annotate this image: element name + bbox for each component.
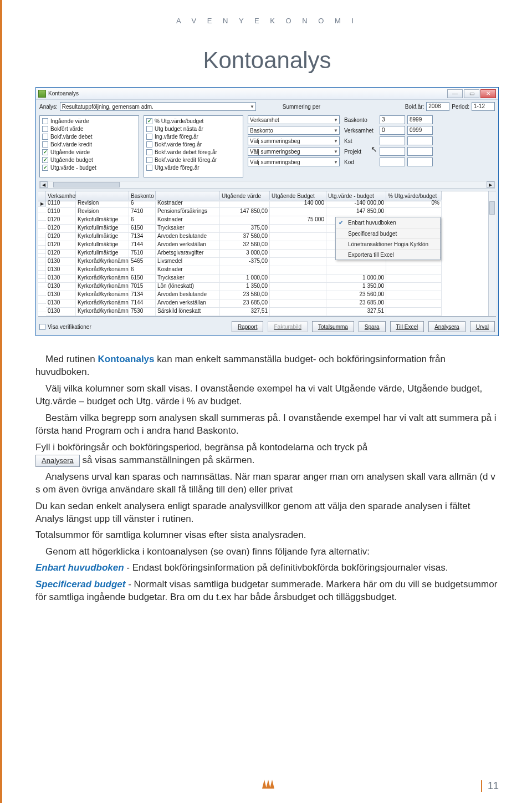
table-cell: 0130	[46, 266, 76, 275]
h-scrollbar[interactable]: ◀▶	[39, 181, 495, 189]
sum1-dropdown[interactable]: Verksamhet▼	[248, 115, 340, 124]
checkbox-row[interactable]: ✔% Utg.värde/budget	[146, 117, 241, 125]
close-button[interactable]: ✕	[480, 89, 496, 98]
visa-verif-checkbox[interactable]	[39, 324, 45, 330]
baskonto-to[interactable]: 8999	[407, 115, 433, 124]
chevron-down-icon: ▼	[334, 118, 338, 123]
minimize-button[interactable]: —	[447, 89, 463, 98]
table-cell: Revision	[76, 200, 129, 208]
projekt-to[interactable]	[407, 147, 433, 156]
context-menu-item[interactable]: Lönetransaktioner Hogia Kyrklön	[336, 238, 440, 249]
table-cell: 75 000	[270, 216, 326, 225]
analysera-button[interactable]: Analysera	[428, 321, 465, 332]
checkbox-row[interactable]: ✔Utg.värde - budget	[42, 164, 136, 171]
table-cell: 147 850,00	[220, 208, 270, 216]
table-cell: 7510	[129, 250, 156, 258]
table-row[interactable]: 0130Kyrkoråd/kyrkonämn7530Särskild lönes…	[38, 308, 496, 316]
table-cell: 23 560,00	[220, 291, 270, 299]
bokfar-input[interactable]: 2008	[426, 102, 449, 111]
table-row[interactable]: 0130Kyrkoråd/kyrkonämn6Kostnader	[38, 266, 496, 275]
table-cell: 0130	[46, 283, 76, 291]
checkbox[interactable]	[146, 149, 152, 155]
urval-button[interactable]: Urval	[470, 321, 495, 332]
table-cell	[270, 266, 326, 275]
till-excel-button[interactable]: Till Excel	[390, 321, 424, 332]
checkbox-row[interactable]: Bokf.värde kredit föreg.år	[146, 156, 241, 164]
spara-button[interactable]: Spara	[359, 321, 386, 332]
table-row[interactable]: 0130Kyrkoråd/kyrkonämn6150Trycksaker1 00…	[38, 275, 496, 283]
checkbox-row[interactable]: Utg.värde föreg.år	[146, 164, 241, 171]
table-cell: 140 000	[270, 200, 326, 208]
verk-from[interactable]: 0	[380, 126, 405, 135]
checkbox[interactable]: ✔	[146, 118, 152, 124]
table-cell: Lön (löneskatt)	[156, 283, 220, 291]
context-menu-item[interactable]: Exportera till Excel	[336, 249, 440, 260]
checkbox[interactable]: ✔	[42, 165, 48, 171]
checkbox[interactable]	[146, 126, 152, 132]
table-cell: Särskild löneskatt	[156, 308, 220, 316]
checkbox-row[interactable]: Utg budget nästa år	[146, 125, 241, 133]
row-marker	[38, 262, 46, 262]
row-marker	[38, 303, 46, 304]
context-menu-item[interactable]: Specificerad budget	[336, 228, 440, 238]
kst-from[interactable]	[380, 136, 405, 145]
checkbox-label: Utgående budget	[50, 157, 93, 163]
checkbox[interactable]: ✔	[42, 149, 48, 155]
totalsumma-button[interactable]: Totalsumma	[312, 321, 354, 332]
checkbox[interactable]	[146, 165, 152, 171]
table-cell	[386, 275, 442, 283]
table-row[interactable]: 0110Revision7410Pensionsförsäkrings147 8…	[38, 208, 496, 216]
table-cell: 32 560,00	[220, 241, 270, 250]
checkbox[interactable]	[42, 141, 48, 148]
context-menu-item[interactable]: Enbart huvudboken	[336, 217, 440, 228]
table-row[interactable]: 0130Kyrkoråd/kyrkonämn7015Lön (löneskatt…	[38, 283, 496, 291]
table-row[interactable]: 0130Kyrkoråd/kyrkonämn7134Arvoden beslut…	[38, 291, 496, 299]
v-scrollbar[interactable]	[488, 191, 496, 316]
sum4-dropdown[interactable]: Välj summeringsbeg▼	[248, 147, 340, 156]
checkbox-row[interactable]: Bokfört värde	[42, 125, 136, 133]
rapport-button[interactable]: Rapport	[232, 321, 264, 332]
baskonto-from[interactable]: 3	[380, 115, 405, 124]
checkbox-row[interactable]: ✔Utgående värde	[42, 148, 136, 156]
table-cell: 0110	[46, 200, 76, 208]
table-row[interactable]: ▶0110Revision6Kostnader140 000-140 000,0…	[38, 200, 496, 208]
checkbox-row[interactable]: Bokf.värde debet föreg.år	[146, 148, 241, 156]
table-row[interactable]: 0130Kyrkoråd/kyrkonämn7144Arvoden verkst…	[38, 299, 496, 308]
chevron-down-icon: ▼	[250, 104, 254, 109]
sum3-dropdown[interactable]: Välj summeringsbeg▼	[248, 136, 340, 145]
maximize-button[interactable]: ▭	[464, 89, 479, 98]
checkbox[interactable]	[42, 118, 48, 124]
period-input[interactable]: 1-12	[472, 102, 495, 111]
checkbox[interactable]: ✔	[42, 157, 48, 163]
checkbox[interactable]	[42, 126, 48, 132]
sum5-dropdown[interactable]: Välj summeringsbeg▼	[248, 157, 340, 166]
checkbox[interactable]	[146, 141, 152, 148]
body-text: Med rutinen Kontoanalys kan man enkelt s…	[35, 353, 499, 604]
kst-label: Kst	[344, 138, 377, 144]
checkbox-row[interactable]: Bokf.värde föreg.år	[146, 140, 241, 148]
checkbox-row[interactable]: Ingående värde	[42, 117, 136, 125]
projekt-from[interactable]	[380, 147, 405, 156]
checkbox-row[interactable]: ✔Utgående budget	[42, 156, 136, 164]
analys-dropdown[interactable]: Resultatuppföljning, gemensam adm.▼	[60, 102, 256, 111]
table-cell	[386, 208, 442, 216]
row-marker	[38, 245, 46, 246]
kod-from[interactable]	[380, 157, 405, 166]
checkbox-row[interactable]: Bokf.värde debet	[42, 133, 136, 140]
checkbox[interactable]	[42, 134, 48, 140]
checkbox-row[interactable]: Bokf.värde kredit	[42, 140, 136, 148]
window-title: Kontoanalys	[48, 90, 79, 96]
table-header[interactable]	[38, 191, 46, 201]
kod-to[interactable]	[407, 157, 433, 166]
checkbox[interactable]	[146, 157, 152, 163]
app-icon	[38, 90, 46, 98]
row-marker	[38, 228, 46, 229]
table-cell: 7144	[129, 241, 156, 250]
checkbox-row[interactable]: Ing.värde föreg.år	[146, 133, 241, 140]
table-cell: 147 850,00	[326, 208, 386, 216]
sum2-dropdown[interactable]: Baskonto▼	[248, 126, 340, 135]
checkbox-label: Bokf.värde kredit föreg.år	[155, 157, 217, 163]
checkbox[interactable]	[146, 134, 152, 140]
verk-to[interactable]: 0999	[407, 126, 433, 135]
kst-to[interactable]	[407, 136, 433, 145]
